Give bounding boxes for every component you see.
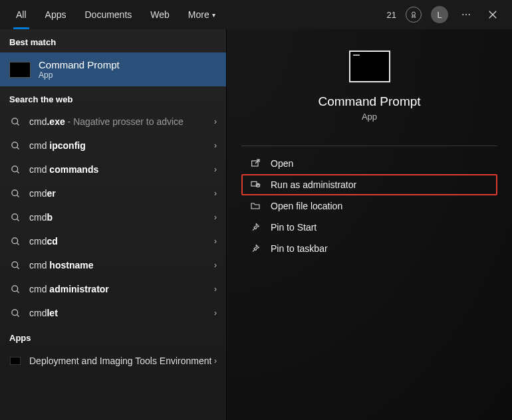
search-icon <box>9 213 21 223</box>
user-avatar[interactable]: L <box>431 6 448 23</box>
web-result[interactable]: cmd ipconfig › <box>0 134 226 158</box>
app-result-label: Deployment and Imaging Tools Environment <box>29 355 211 367</box>
web-result[interactable]: cmdcd › <box>0 229 226 253</box>
chevron-right-icon: › <box>214 189 217 198</box>
folder-icon <box>249 201 261 211</box>
search-icon <box>9 189 21 199</box>
web-result[interactable]: cmd commands › <box>0 158 226 181</box>
app-result[interactable]: Deployment and Imaging Tools Environment… <box>0 348 226 373</box>
chevron-right-icon: › <box>214 117 217 126</box>
close-button[interactable] <box>484 6 501 23</box>
pin-icon <box>249 222 261 233</box>
svg-line-6 <box>17 147 19 149</box>
web-result[interactable]: cmd hostname › <box>0 253 226 277</box>
action-label: Run as administrator <box>271 179 356 190</box>
more-options-icon[interactable]: ⋯ <box>457 6 475 23</box>
pin-icon <box>249 243 261 254</box>
preview-subtitle: App <box>241 112 497 122</box>
divider <box>241 146 497 146</box>
chevron-right-icon: › <box>214 284 217 294</box>
tab-more[interactable]: More ▾ <box>179 0 225 29</box>
action-open-file-location[interactable]: Open file location <box>241 195 497 217</box>
web-result-label: cmder <box>29 188 56 199</box>
action-open[interactable]: Open <box>241 153 497 174</box>
search-icon <box>9 261 21 270</box>
svg-line-12 <box>17 219 19 221</box>
web-result-label: cmd administrator <box>29 284 109 294</box>
preview-title: Command Prompt <box>241 94 497 109</box>
svg-point-15 <box>11 261 17 267</box>
action-label: Pin to taskbar <box>271 243 328 254</box>
svg-point-7 <box>11 165 17 171</box>
search-icon <box>9 165 21 175</box>
tab-documents[interactable]: Documents <box>75 0 141 29</box>
action-label: Open <box>271 158 293 169</box>
filter-tabs: All Apps Documents Web More ▾ <box>7 0 225 29</box>
best-match-header: Best match <box>0 29 226 52</box>
web-result[interactable]: cmdlet › <box>0 301 226 325</box>
svg-point-3 <box>11 118 17 124</box>
tab-all[interactable]: All <box>7 0 36 29</box>
svg-point-13 <box>11 237 17 243</box>
svg-rect-23 <box>251 181 257 186</box>
top-bar: All Apps Documents Web More ▾ 21 L ⋯ <box>0 0 512 29</box>
best-match-subtitle: App <box>39 70 120 80</box>
chevron-right-icon: › <box>214 141 217 150</box>
topbar-controls: 21 L ⋯ <box>387 6 505 23</box>
web-result[interactable]: cmd administrator › <box>0 277 226 301</box>
chevron-right-icon: › <box>214 356 217 366</box>
search-icon <box>9 237 21 247</box>
action-label: Pin to Start <box>271 222 317 233</box>
web-result[interactable]: cmder › <box>0 181 226 205</box>
preview-app-icon <box>349 51 390 82</box>
results-pane: Best match Command Prompt App Search the… <box>0 29 226 420</box>
web-result[interactable]: cmdb › <box>0 205 226 229</box>
admin-icon <box>249 179 261 190</box>
svg-point-0 <box>412 12 416 15</box>
svg-line-8 <box>17 171 19 173</box>
open-icon <box>249 158 261 169</box>
chevron-right-icon: › <box>214 213 217 222</box>
svg-line-4 <box>17 123 19 125</box>
chevron-right-icon: › <box>214 237 217 246</box>
web-result-label: cmdcd <box>29 236 58 247</box>
best-match-result[interactable]: Command Prompt App <box>0 52 226 86</box>
action-pin-to-start[interactable]: Pin to Start <box>241 217 497 238</box>
web-result-label: cmd ipconfig <box>29 140 86 151</box>
web-result-label: cmd hostname <box>29 260 93 270</box>
tab-apps[interactable]: Apps <box>36 0 76 29</box>
svg-line-16 <box>17 266 19 268</box>
search-icon <box>9 284 21 294</box>
search-icon <box>9 308 21 318</box>
search-icon <box>9 117 21 127</box>
chevron-right-icon: › <box>214 261 217 270</box>
tab-web[interactable]: Web <box>141 0 179 29</box>
svg-point-9 <box>11 189 17 195</box>
svg-line-20 <box>17 314 19 316</box>
rewards-medal-icon[interactable] <box>406 7 422 23</box>
svg-point-19 <box>11 309 17 315</box>
action-run-as-administrator[interactable]: Run as administrator <box>241 174 497 195</box>
svg-point-17 <box>11 285 17 291</box>
web-result-label: cmdlet <box>29 308 58 318</box>
search-web-header: Search the web <box>0 86 226 110</box>
web-result[interactable]: cmd.exe - Nagative prosser to advice › <box>0 110 226 134</box>
best-match-title: Command Prompt <box>39 59 120 70</box>
svg-line-14 <box>17 243 19 245</box>
action-pin-to-taskbar[interactable]: Pin to taskbar <box>241 238 497 259</box>
apps-header: Apps <box>0 325 226 348</box>
rewards-count: 21 <box>387 10 396 20</box>
search-icon <box>9 141 21 151</box>
web-result-label: cmd.exe - Nagative prosser to advice <box>29 116 184 127</box>
web-result-label: cmd commands <box>29 164 98 175</box>
svg-line-18 <box>17 290 19 292</box>
command-prompt-icon <box>9 62 31 78</box>
chevron-right-icon: › <box>214 165 217 174</box>
action-label: Open file location <box>271 201 342 211</box>
web-result-label: cmdb <box>29 212 53 223</box>
chevron-right-icon: › <box>214 308 217 318</box>
svg-line-10 <box>17 195 19 197</box>
svg-point-5 <box>11 142 17 148</box>
svg-point-11 <box>11 213 17 219</box>
chevron-down-icon: ▾ <box>212 11 215 19</box>
